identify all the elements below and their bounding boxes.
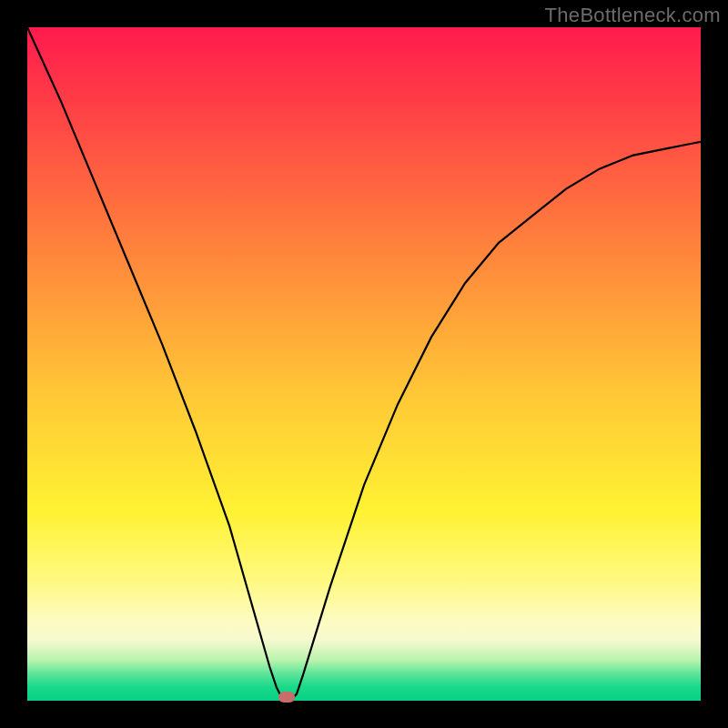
curve-svg	[27, 27, 701, 701]
chart-frame: TheBottleneck.com	[0, 0, 728, 728]
bottleneck-curve-path	[27, 27, 701, 701]
plot-area	[27, 27, 701, 701]
optimum-marker	[278, 692, 295, 703]
watermark-text: TheBottleneck.com	[545, 4, 721, 27]
